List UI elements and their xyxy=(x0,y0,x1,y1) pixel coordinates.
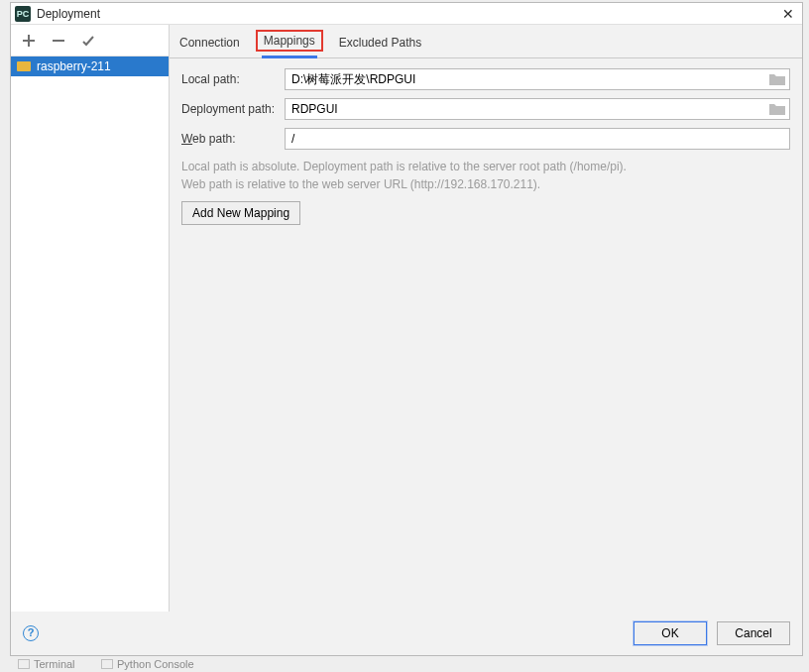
background-tab-python-console: Python Console xyxy=(101,658,194,670)
tab-label: Excluded Paths xyxy=(339,36,421,50)
sftp-icon xyxy=(17,61,31,71)
tab-excluded-paths[interactable]: Excluded Paths xyxy=(337,28,423,57)
server-list: raspberry-211 xyxy=(11,56,169,612)
deployment-dialog: PC Deployment ✕ xyxy=(10,2,803,656)
hint-text: Local path is absolute. Deployment path … xyxy=(181,158,790,193)
deployment-path-field-wrap[interactable] xyxy=(285,98,790,120)
local-path-field-wrap[interactable] xyxy=(285,68,790,90)
python-console-icon xyxy=(101,659,113,669)
default-server-button[interactable] xyxy=(80,33,96,49)
add-server-button[interactable] xyxy=(21,33,37,49)
web-path-input[interactable] xyxy=(289,131,785,147)
local-path-label: Local path: xyxy=(181,72,285,86)
app-icon: PC xyxy=(15,6,31,22)
hint-line: Local path is absolute. Deployment path … xyxy=(181,158,790,175)
python-console-label: Python Console xyxy=(117,658,194,670)
server-item-raspberry-211[interactable]: raspberry-211 xyxy=(11,56,169,76)
tab-label: Mappings xyxy=(264,34,315,48)
browse-icon[interactable] xyxy=(769,73,785,85)
browse-icon[interactable] xyxy=(769,103,785,115)
sidebar-toolbar xyxy=(11,25,169,56)
main-panel: Connection Mappings Excluded Paths Local… xyxy=(170,25,802,612)
dialog-footer: ? OK Cancel xyxy=(11,612,802,655)
window-title: Deployment xyxy=(37,7,778,21)
terminal-icon xyxy=(18,659,30,669)
deployment-path-input[interactable] xyxy=(289,101,769,117)
web-path-label: Web path: xyxy=(181,132,285,146)
remove-server-button[interactable] xyxy=(51,33,66,49)
terminal-label: Terminal xyxy=(34,658,75,670)
mappings-form: Local path: Deployment path: xyxy=(170,58,802,231)
close-icon[interactable]: ✕ xyxy=(778,6,798,22)
local-path-input[interactable] xyxy=(289,71,769,87)
titlebar: PC Deployment ✕ xyxy=(11,3,802,25)
tabs: Connection Mappings Excluded Paths xyxy=(170,25,802,58)
add-new-mapping-button[interactable]: Add New Mapping xyxy=(181,201,300,225)
hint-line: Web path is relative to the web server U… xyxy=(181,175,790,193)
svg-rect-0 xyxy=(53,40,64,42)
help-icon[interactable]: ? xyxy=(23,625,39,641)
deployment-path-label: Deployment path: xyxy=(181,102,285,116)
tab-label: Connection xyxy=(179,36,240,50)
ok-button[interactable]: OK xyxy=(634,621,707,645)
background-tab-terminal: Terminal xyxy=(18,658,75,670)
sidebar: raspberry-211 xyxy=(11,25,170,612)
tab-mappings[interactable]: Mappings xyxy=(262,26,317,58)
server-item-label: raspberry-211 xyxy=(37,59,111,73)
tab-connection[interactable]: Connection xyxy=(177,28,242,57)
cancel-button[interactable]: Cancel xyxy=(717,621,790,645)
web-path-field-wrap[interactable] xyxy=(285,128,790,150)
